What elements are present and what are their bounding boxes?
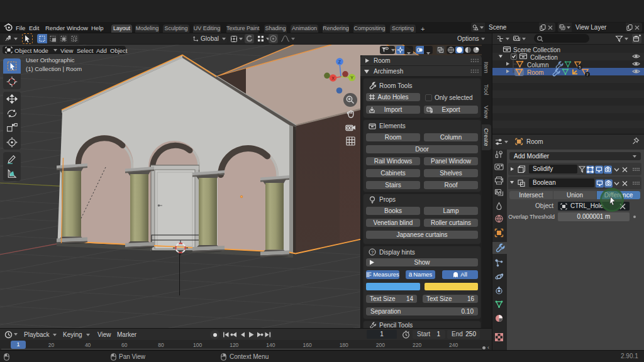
svg-text:(1) Collection | Room: (1) Collection | Room bbox=[26, 65, 82, 72]
svg-text:Z: Z bbox=[338, 60, 341, 64]
svg-text:User Orthographic: User Orthographic bbox=[26, 57, 75, 63]
svg-text:X: X bbox=[331, 76, 335, 80]
svg-text:Y: Y bbox=[350, 75, 353, 80]
svg-text:?: ? bbox=[371, 250, 374, 255]
